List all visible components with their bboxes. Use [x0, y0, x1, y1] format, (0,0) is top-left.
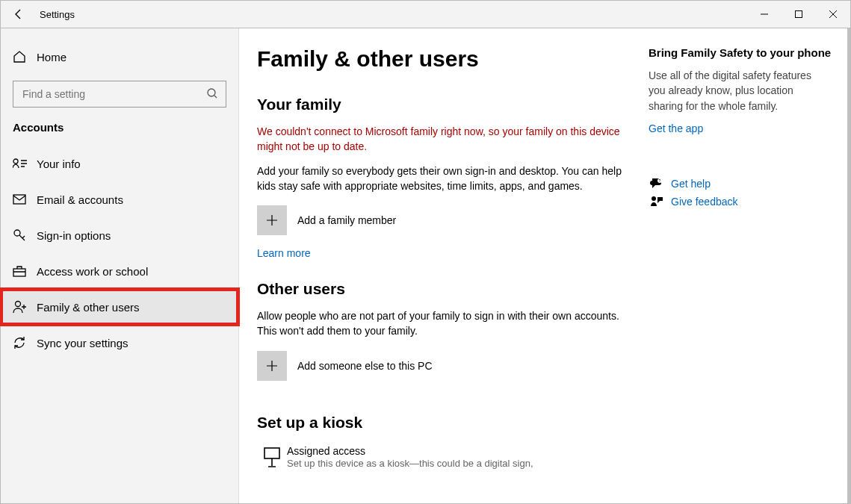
- promo-body: Use all of the digital safety features y…: [649, 68, 820, 113]
- other-users-heading: Other users: [257, 280, 631, 298]
- svg-rect-5: [13, 269, 25, 276]
- people-plus-icon: [13, 300, 31, 314]
- search-icon: [206, 87, 218, 102]
- feedback-icon: [649, 196, 665, 208]
- assigned-access-row[interactable]: Assigned access Set up this device as a …: [257, 445, 631, 469]
- get-the-app-link[interactable]: Get the app: [649, 122, 703, 134]
- minimize-button[interactable]: [747, 1, 782, 28]
- person-card-icon: [13, 158, 31, 169]
- maximize-button[interactable]: [782, 1, 816, 28]
- nav-list: Your info Email & accounts Sign-in optio…: [1, 146, 238, 361]
- sync-icon: [13, 336, 31, 349]
- family-heading: Your family: [257, 96, 631, 113]
- mail-icon: [13, 194, 31, 205]
- home-label: Home: [37, 51, 66, 63]
- get-help-link[interactable]: ? Get help: [649, 178, 835, 190]
- home-nav[interactable]: Home: [1, 42, 238, 72]
- other-users-desc: Allow people who are not part of your fa…: [257, 308, 631, 339]
- nav-label: Your info: [37, 158, 81, 170]
- sidebar-item-your-info[interactable]: Your info: [1, 146, 238, 181]
- svg-point-6: [16, 302, 21, 307]
- nav-label: Family & other users: [37, 301, 140, 314]
- sidebar-item-email-accounts[interactable]: Email & accounts: [1, 181, 238, 217]
- kiosk-heading: Set up a kiosk: [257, 414, 631, 432]
- svg-point-10: [652, 196, 656, 201]
- page-title: Family & other users: [257, 46, 631, 72]
- close-icon: [829, 10, 838, 19]
- svg-rect-3: [13, 195, 25, 204]
- svg-rect-0: [796, 11, 802, 18]
- nav-label: Sync your settings: [37, 337, 129, 349]
- main-area: Family & other users Your family We coul…: [239, 28, 850, 503]
- arrow-left-icon: [13, 8, 25, 20]
- back-button[interactable]: [7, 8, 31, 20]
- sidebar-item-signin-options[interactable]: Sign-in options: [1, 217, 238, 253]
- sidebar: Home Accounts Your info Email & accounts: [1, 28, 239, 503]
- sidebar-item-sync-settings[interactable]: Sync your settings: [1, 325, 238, 361]
- nav-label: Access work or school: [37, 265, 148, 278]
- minimize-icon: [760, 10, 769, 19]
- family-error-text: We couldn't connect to Microsoft family …: [257, 124, 631, 155]
- scrollbar[interactable]: [847, 28, 850, 503]
- content-pane: Family & other users Your family We coul…: [257, 46, 649, 503]
- titlebar: Settings: [1, 1, 850, 28]
- briefcase-icon: [13, 265, 31, 277]
- category-heading: Accounts: [13, 121, 226, 134]
- give-feedback-link[interactable]: Give feedback: [649, 196, 835, 208]
- add-family-label: Add a family member: [297, 214, 396, 226]
- svg-text:?: ?: [659, 178, 661, 183]
- learn-more-link[interactable]: Learn more: [257, 247, 311, 259]
- key-icon: [13, 228, 31, 242]
- help-label: Get help: [671, 178, 711, 190]
- home-icon: [13, 50, 31, 63]
- assigned-access-title: Assigned access: [287, 445, 533, 457]
- plus-icon: [265, 359, 279, 373]
- right-rail: Bring Family Safety to your phone Use al…: [649, 46, 850, 503]
- plus-icon: [265, 214, 279, 227]
- search-box[interactable]: [13, 81, 226, 108]
- feedback-label: Give feedback: [671, 196, 738, 208]
- add-other-user[interactable]: Add someone else to this PC: [257, 351, 631, 381]
- plus-button[interactable]: [257, 351, 287, 381]
- assigned-access-desc: Set up this device as a kiosk—this could…: [287, 458, 533, 469]
- nav-label: Email & accounts: [37, 193, 123, 206]
- settings-window: Settings Home Acco: [0, 0, 851, 504]
- svg-point-2: [13, 159, 18, 164]
- close-button[interactable]: [816, 1, 850, 28]
- nav-label: Sign-in options: [37, 229, 111, 242]
- chat-help-icon: ?: [649, 178, 665, 190]
- kiosk-icon: [257, 445, 287, 467]
- add-other-label: Add someone else to this PC: [297, 360, 433, 372]
- plus-button[interactable]: [257, 205, 287, 235]
- sidebar-item-family-other-users[interactable]: Family & other users: [1, 289, 238, 325]
- add-family-member[interactable]: Add a family member: [257, 205, 631, 235]
- family-desc: Add your family so everybody gets their …: [257, 164, 631, 194]
- search-input[interactable]: [21, 87, 206, 101]
- promo-title: Bring Family Safety to your phone: [649, 46, 835, 59]
- maximize-icon: [794, 10, 803, 19]
- window-title: Settings: [40, 9, 75, 20]
- svg-rect-7: [264, 448, 279, 458]
- sidebar-item-work-school[interactable]: Access work or school: [1, 253, 238, 289]
- svg-point-4: [14, 230, 20, 236]
